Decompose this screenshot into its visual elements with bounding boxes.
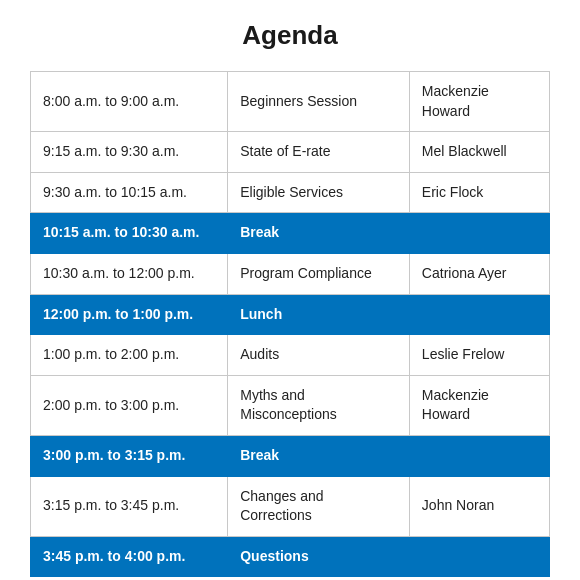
topic-cell: Eligible Services bbox=[228, 172, 410, 213]
time-cell: 2:00 p.m. to 3:00 p.m. bbox=[31, 375, 228, 435]
topic-cell: Break bbox=[228, 435, 550, 476]
presenter-cell: Eric Flock bbox=[409, 172, 549, 213]
topic-cell: Changes and Corrections bbox=[228, 476, 410, 536]
time-cell: 3:15 p.m. to 3:45 p.m. bbox=[31, 476, 228, 536]
time-cell: 8:00 a.m. to 9:00 a.m. bbox=[31, 72, 228, 132]
time-cell: 3:00 p.m. to 3:15 p.m. bbox=[31, 435, 228, 476]
time-cell: 9:30 a.m. to 10:15 a.m. bbox=[31, 172, 228, 213]
table-row: 10:30 a.m. to 12:00 p.m.Program Complian… bbox=[31, 253, 550, 294]
table-row: 12:00 p.m. to 1:00 p.m.Lunch bbox=[31, 294, 550, 335]
time-cell: 1:00 p.m. to 2:00 p.m. bbox=[31, 335, 228, 376]
table-row: 8:00 a.m. to 9:00 a.m.Beginners SessionM… bbox=[31, 72, 550, 132]
time-cell: 10:15 a.m. to 10:30 a.m. bbox=[31, 213, 228, 254]
topic-cell: Audits bbox=[228, 335, 410, 376]
presenter-cell: Catriona Ayer bbox=[409, 253, 549, 294]
topic-cell: State of E-rate bbox=[228, 132, 410, 173]
topic-cell: Lunch bbox=[228, 294, 550, 335]
topic-cell: Break bbox=[228, 213, 550, 254]
topic-cell: Myths and Misconceptions bbox=[228, 375, 410, 435]
time-cell: 10:30 a.m. to 12:00 p.m. bbox=[31, 253, 228, 294]
presenter-cell: Leslie Frelow bbox=[409, 335, 549, 376]
presenter-cell: Mackenzie Howard bbox=[409, 72, 549, 132]
presenter-cell: Mackenzie Howard bbox=[409, 375, 549, 435]
table-row: 2:00 p.m. to 3:00 p.m.Myths and Misconce… bbox=[31, 375, 550, 435]
topic-cell: Questions bbox=[228, 536, 550, 577]
presenter-cell: Mel Blackwell bbox=[409, 132, 549, 173]
table-row: 9:30 a.m. to 10:15 a.m.Eligible Services… bbox=[31, 172, 550, 213]
table-row: 3:00 p.m. to 3:15 p.m.Break bbox=[31, 435, 550, 476]
table-row: 1:00 p.m. to 2:00 p.m.AuditsLeslie Frelo… bbox=[31, 335, 550, 376]
topic-cell: Program Compliance bbox=[228, 253, 410, 294]
time-cell: 3:45 p.m. to 4:00 p.m. bbox=[31, 536, 228, 577]
table-row: 9:15 a.m. to 9:30 a.m.State of E-rateMel… bbox=[31, 132, 550, 173]
time-cell: 12:00 p.m. to 1:00 p.m. bbox=[31, 294, 228, 335]
presenter-cell: John Noran bbox=[409, 476, 549, 536]
table-row: 3:15 p.m. to 3:45 p.m.Changes and Correc… bbox=[31, 476, 550, 536]
time-cell: 9:15 a.m. to 9:30 a.m. bbox=[31, 132, 228, 173]
topic-cell: Beginners Session bbox=[228, 72, 410, 132]
table-row: 3:45 p.m. to 4:00 p.m.Questions bbox=[31, 536, 550, 577]
agenda-table: 8:00 a.m. to 9:00 a.m.Beginners SessionM… bbox=[30, 71, 550, 577]
page-title: Agenda bbox=[242, 20, 337, 51]
table-row: 10:15 a.m. to 10:30 a.m.Break bbox=[31, 213, 550, 254]
